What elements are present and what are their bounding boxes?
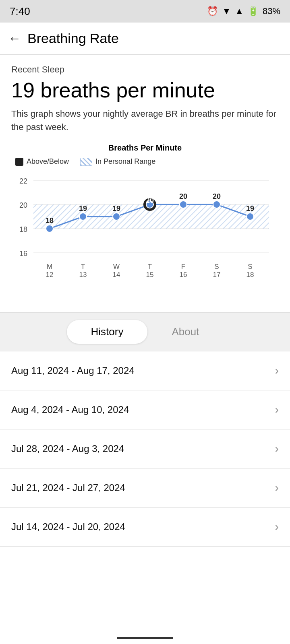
tab-history[interactable]: History: [67, 320, 148, 344]
y-label-18: 18: [19, 225, 27, 233]
page-title: Breathing Rate: [27, 31, 119, 46]
status-bar: 7:40 ⏰ ▼ ▲ 🔋 83%: [0, 0, 290, 23]
tab-about[interactable]: About: [147, 320, 223, 344]
x-day-t2: T: [148, 263, 152, 270]
val-s17: 20: [213, 192, 221, 200]
history-item-label-1: Aug 4, 2024 - Aug 10, 2024: [11, 404, 129, 415]
history-item-2[interactable]: Jul 28, 2024 - Aug 3, 2024 ›: [0, 429, 290, 469]
dot-m12: [46, 225, 53, 232]
chevron-icon-2: ›: [275, 442, 279, 455]
chevron-icon-1: ›: [275, 403, 279, 416]
x-day-m: M: [47, 263, 52, 270]
x-day-s2: S: [248, 263, 252, 270]
description-text: This graph shows your nightly average BR…: [11, 107, 279, 134]
x-date-12: 12: [46, 271, 54, 279]
x-date-16: 16: [180, 271, 187, 279]
y-label-22: 22: [19, 177, 27, 185]
val-s18: 19: [246, 204, 254, 213]
history-item-0[interactable]: Aug 11, 2024 - Aug 17, 2024 ›: [0, 351, 290, 390]
x-date-15: 15: [146, 271, 154, 279]
battery-percent: 83%: [263, 6, 280, 17]
back-button[interactable]: ←: [8, 31, 21, 46]
history-item-label-0: Aug 11, 2024 - Aug 17, 2024: [11, 365, 135, 376]
legend-in-range: In Personal Range: [80, 157, 155, 166]
val-w14: 19: [112, 204, 120, 213]
status-icons: ⏰ ▼ ▲ 🔋 83%: [207, 6, 280, 17]
history-item-label-4: Jul 14, 2024 - Jul 20, 2024: [11, 521, 125, 533]
x-day-s1: S: [214, 263, 219, 270]
y-label-20: 20: [19, 201, 27, 209]
status-time: 7:40: [10, 5, 30, 18]
val-f16: 20: [179, 192, 187, 200]
x-date-18: 18: [246, 271, 254, 279]
chevron-icon-0: ›: [275, 364, 279, 377]
chart-svg-wrapper: 22 20 18 16: [11, 172, 279, 309]
x-date-13: 13: [79, 271, 87, 279]
page-header: ← Breathing Rate: [0, 23, 290, 55]
tabs-section: History About: [0, 313, 290, 351]
chart-legend: Above/Below In Personal Range: [11, 157, 279, 166]
history-item-3[interactable]: Jul 21, 2024 - Jul 27, 2024 ›: [0, 469, 290, 508]
history-list: Aug 11, 2024 - Aug 17, 2024 › Aug 4, 202…: [0, 351, 290, 547]
main-content: Recent Sleep 19 breaths per minute This …: [0, 55, 290, 309]
y-label-16: 16: [19, 250, 27, 258]
chevron-icon-4: ›: [275, 520, 279, 533]
section-label: Recent Sleep: [11, 64, 279, 75]
legend-hatch-icon: [80, 158, 92, 166]
x-date-17: 17: [213, 271, 221, 279]
dot-t13: [79, 213, 87, 220]
dot-w14: [113, 213, 120, 220]
legend-box-icon: [15, 158, 23, 166]
bottom-indicator: [117, 637, 173, 639]
dot-s18: [246, 213, 254, 220]
legend-above-below-label: Above/Below: [27, 157, 69, 166]
legend-above-below: Above/Below: [15, 157, 69, 166]
val-t13: 19: [79, 204, 87, 213]
x-day-w: W: [113, 263, 120, 270]
chart-title: Breaths Per Minute: [11, 143, 279, 153]
val-t15: 20: [146, 196, 154, 204]
dot-s17: [213, 201, 220, 208]
chevron-icon-3: ›: [275, 481, 279, 494]
x-date-14: 14: [113, 271, 120, 279]
history-item-label-2: Jul 28, 2024 - Aug 3, 2024: [11, 443, 124, 454]
signal-icon: ▲: [235, 6, 244, 17]
x-day-t1: T: [81, 263, 85, 270]
history-item-label-3: Jul 21, 2024 - Jul 27, 2024: [11, 482, 125, 493]
history-item-4[interactable]: Jul 14, 2024 - Jul 20, 2024 ›: [0, 508, 290, 547]
val-m12: 18: [46, 217, 54, 225]
alarm-icon: ⏰: [207, 6, 218, 17]
x-day-f: F: [181, 263, 185, 270]
chart-svg: 22 20 18 16: [11, 172, 277, 293]
legend-in-range-label: In Personal Range: [95, 157, 155, 166]
dot-f16: [180, 201, 187, 208]
main-value: 19 breaths per minute: [11, 78, 279, 102]
wifi-icon: ▼: [222, 6, 231, 17]
bottom-bar: [0, 632, 290, 644]
chart-container: Breaths Per Minute Above/Below In Person…: [11, 143, 279, 309]
battery-icon: 🔋: [248, 6, 259, 17]
history-item-1[interactable]: Aug 4, 2024 - Aug 10, 2024 ›: [0, 390, 290, 429]
